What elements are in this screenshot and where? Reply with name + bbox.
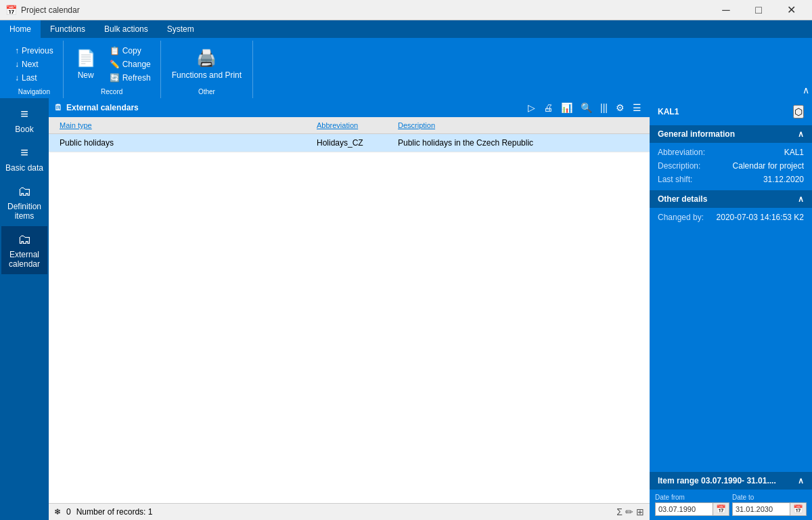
functions-print-button[interactable]: 🖨️ Functions and Print [166,41,247,88]
tab-system[interactable]: System [158,20,204,38]
change-icon: ✏️ [110,60,120,69]
functions-print-label: Functions and Print [172,70,242,80]
other-buttons: 🖨️ Functions and Print [166,41,247,88]
date-from-input[interactable] [656,504,713,515]
col-abbreviation[interactable]: Abbreviation [311,120,392,131]
date-to-label: Date to [732,494,807,501]
item-range-title: Item range 03.07.1990- 31.01.... [658,476,776,485]
sidebar-item-book-label: Book [15,125,33,134]
copy-button[interactable]: 📋 Copy [106,45,155,57]
general-info-section: General information ∧ Abbreviation: KAL1… [650,125,812,189]
title-bar-controls: ─ □ ✕ [710,0,807,20]
cell-abbreviation: Holidays_CZ [311,137,392,149]
grid-body: Public holidays Holidays_CZ Public holid… [49,134,650,152]
title-bar-title: Project calendar [21,5,80,15]
copy-icon: 📋 [110,46,120,56]
date-from-group: Date from 📅 [655,494,729,516]
last-icon: ↓ [15,73,19,83]
other-details-content: Changed by: 2020-07-03 14:16:53 K2 [650,208,812,227]
snowflake-icon: ❄ [54,507,61,517]
sidebar-item-book[interactable]: ≡ Book [1,101,47,139]
right-panel-header: KAL1 ⬡ [650,98,812,125]
maximize-button[interactable]: □ [743,0,774,20]
ribbon-tabs: Home Functions Bulk actions System [0,20,812,38]
ribbon-content: ↑ Previous ↓ Next ↓ Last Navigation [0,38,812,98]
col-description[interactable]: Description [392,120,650,131]
content-panel: 🗓 External calendars ▷ 🖨 📊 🔍 ||| ⚙ ☰ [49,98,650,520]
footer-left: ❄ 0 Number of records: 1 [54,507,152,517]
general-info-content: Abbreviation: KAL1 Description: Calendar… [650,143,812,189]
right-panel-spacer [650,228,812,472]
minimize-button[interactable]: ─ [710,0,742,20]
change-button[interactable]: ✏️ Change [106,58,155,70]
tab-home[interactable]: Home [0,20,41,38]
grid-print-btn[interactable]: 🖨 [541,101,556,114]
next-button[interactable]: ↓ Next [11,58,58,70]
record-buttons: 📄 New 📋 Copy ✏️ Change 🔄 [69,41,155,88]
footer-sum-btn[interactable]: Σ [616,506,623,517]
changed-by-value: 2020-07-03 14:16:53 K2 [717,213,804,222]
grid-footer: ❄ 0 Number of records: 1 Σ ✏ ⊞ [49,503,650,520]
nav-buttons: ↑ Previous ↓ Next ↓ Last [11,41,58,88]
date-from-label: Date from [655,494,729,501]
ribbon-group-navigation: ↑ Previous ↓ Next ↓ Last Navigation [5,41,64,98]
title-bar-left: 📅 Project calendar [5,5,80,16]
refresh-icon: 🔄 [110,73,120,83]
nav-buttons-stack: ↑ Previous ↓ Next ↓ Last [11,42,58,87]
date-to-calendar-btn[interactable]: 📅 [790,503,806,515]
other-details-collapse: ∧ [798,194,804,204]
general-info-header[interactable]: General information ∧ [650,125,812,143]
general-info-title: General information [658,129,735,139]
info-row-last-shift: Last shift: 31.12.2020 [650,173,812,186]
new-icon: 📄 [76,49,96,68]
grid-menu-btn[interactable]: ☰ [630,101,644,114]
copy-label: Copy [122,46,141,56]
ribbon-collapse-button[interactable]: ∧ [803,85,809,95]
footer-edit-btn[interactable]: ✏ [625,506,633,517]
cell-description: Public holidays in the Czech Republic [392,137,650,149]
grid-search-btn[interactable]: 🔍 [578,101,595,114]
item-range-section: Item range 03.07.1990- 31.01.... ∧ Date … [650,472,812,520]
sidebar-item-external-calendar[interactable]: 🗂 External calendar [1,226,47,274]
close-button[interactable]: ✕ [775,0,807,20]
description-label: Description: [658,161,700,171]
change-label: Change [122,60,151,69]
grid-chart-btn[interactable]: 📊 [558,101,575,114]
tab-functions[interactable]: Functions [41,20,95,38]
book-icon: ≡ [20,106,28,122]
new-button[interactable]: 📄 New [69,41,103,88]
last-shift-value: 31.12.2020 [763,175,804,184]
app-container: Home Functions Bulk actions System ↑ Pre… [0,20,812,520]
grid-settings-btn[interactable]: ⚙ [613,101,627,114]
date-to-input[interactable] [733,504,790,515]
sidebar-item-basic-data[interactable]: ≡ Basic data [1,139,47,178]
right-panel-title: KAL1 [658,107,679,116]
sidebar-item-definition-items[interactable]: 🗂 Definition items [1,178,47,226]
date-to-group: Date to 📅 [732,494,807,516]
right-panel-expand-button[interactable]: ⬡ [793,105,804,118]
grid-title: 🗓 External calendars [54,103,139,112]
tab-bulk[interactable]: Bulk actions [95,20,158,38]
grid-barcode-btn[interactable]: ||| [597,101,610,114]
abbreviation-value: KAL1 [784,148,804,157]
definition-items-icon: 🗂 [18,183,31,199]
refresh-button[interactable]: 🔄 Refresh [106,72,155,84]
footer-count: 0 [66,507,71,517]
footer-export-btn[interactable]: ⊞ [636,506,644,517]
other-details-header[interactable]: Other details ∧ [650,190,812,208]
previous-button[interactable]: ↑ Previous [11,45,58,57]
refresh-label: Refresh [122,73,151,83]
small-record-buttons: 📋 Copy ✏️ Change 🔄 Refresh [106,45,155,84]
last-shift-label: Last shift: [658,175,692,184]
abbreviation-label: Abbreviation: [658,148,705,157]
col-main-type[interactable]: Main type [54,120,311,131]
ribbon: Home Functions Bulk actions System ↑ Pre… [0,20,812,98]
last-button[interactable]: ↓ Last [11,72,58,84]
table-row[interactable]: Public holidays Holidays_CZ Public holid… [49,134,650,152]
date-from-calendar-btn[interactable]: 📅 [713,503,729,515]
grid-play-btn[interactable]: ▷ [525,101,538,114]
other-details-title: Other details [658,194,707,204]
sidebar: ≡ Book ≡ Basic data 🗂 Definition items 🗂… [0,98,49,520]
item-range-header[interactable]: Item range 03.07.1990- 31.01.... ∧ [650,472,812,490]
other-group-label: Other [198,88,215,98]
